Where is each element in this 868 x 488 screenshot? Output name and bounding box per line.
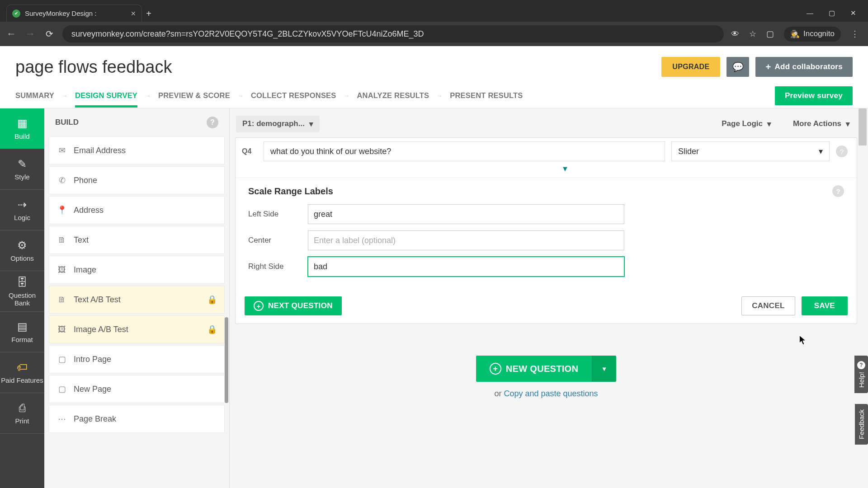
question-icon: ? bbox=[857, 361, 865, 369]
upgrade-button[interactable]: UPGRADE bbox=[661, 57, 720, 77]
or-text: or bbox=[494, 389, 504, 398]
rail-paid-features[interactable]: 🏷Paid Features bbox=[0, 352, 44, 393]
chevron-down-icon: ▾ bbox=[846, 119, 850, 129]
next-question-button[interactable]: + NEXT QUESTION bbox=[245, 296, 342, 315]
question-type-select[interactable]: Slider ▾ bbox=[671, 141, 830, 161]
save-button[interactable]: SAVE bbox=[802, 296, 848, 315]
page-icon: ▢ bbox=[57, 354, 67, 365]
build-list: ✉Email Address ✆Phone 📍Address 🗎Text 🖼Im… bbox=[44, 136, 229, 488]
comment-button[interactable]: 💬 bbox=[726, 57, 749, 77]
rail-print[interactable]: ⎙Print bbox=[0, 393, 44, 434]
copy-paste-link[interactable]: Copy and paste questions bbox=[504, 389, 598, 398]
back-icon[interactable]: ← bbox=[5, 28, 17, 40]
survey-title: page flows feedback bbox=[15, 57, 172, 77]
menu-icon[interactable]: ⋮ bbox=[851, 29, 859, 39]
rail-build[interactable]: ▦Build bbox=[0, 108, 44, 149]
center-input[interactable] bbox=[308, 230, 624, 250]
browser-chrome: ✔ SurveyMonkey Design : ✕ + — ▢ ✕ ← → ⟳ … bbox=[0, 0, 868, 46]
plus-circle-icon: + bbox=[490, 363, 501, 375]
reload-icon[interactable]: ⟳ bbox=[43, 28, 55, 39]
browser-tab[interactable]: ✔ SurveyMonkey Design : ✕ bbox=[6, 5, 142, 22]
build-item-text[interactable]: 🗎Text bbox=[49, 226, 225, 254]
rail-question-bank[interactable]: 🗄Question Bank bbox=[0, 271, 44, 312]
mail-icon: ✉ bbox=[57, 145, 67, 156]
grid-icon: ▦ bbox=[17, 117, 28, 130]
build-heading: BUILD bbox=[55, 118, 79, 127]
close-window-icon[interactable]: ✕ bbox=[850, 9, 856, 17]
nav-present[interactable]: PRESENT RESULTS bbox=[450, 91, 523, 100]
scrollbar-thumb[interactable] bbox=[225, 317, 228, 403]
right-side-input[interactable] bbox=[308, 257, 624, 277]
eye-off-icon[interactable]: 👁 bbox=[731, 29, 739, 39]
build-item-email[interactable]: ✉Email Address bbox=[49, 136, 225, 164]
build-panel: BUILD ? ✉Email Address ✆Phone 📍Address 🗎… bbox=[44, 108, 230, 488]
rail-style[interactable]: ✎Style bbox=[0, 149, 44, 190]
bank-icon: 🗄 bbox=[17, 276, 28, 289]
rail-format[interactable]: ▤Format bbox=[0, 312, 44, 352]
rail-options[interactable]: ⚙Options bbox=[0, 230, 44, 271]
editor-canvas: P1: demograph... ▾ Page Logic▾ More Acti… bbox=[230, 108, 868, 488]
branch-icon: ⇢ bbox=[18, 198, 27, 211]
preview-survey-button[interactable]: Preview survey bbox=[775, 86, 853, 105]
chevron-down-icon[interactable]: ▼ bbox=[561, 165, 569, 173]
step-nav: SUMMARY → DESIGN SURVEY → PREVIEW & SCOR… bbox=[0, 83, 868, 108]
chevron-down-icon: ▾ bbox=[767, 119, 771, 129]
new-question-dropdown[interactable]: ▼ bbox=[592, 356, 616, 382]
page-logic-dropdown[interactable]: Page Logic▾ bbox=[715, 116, 778, 132]
build-item-text-ab[interactable]: 🗎Text A/B Test🔒 bbox=[49, 286, 225, 314]
build-item-address[interactable]: 📍Address bbox=[49, 196, 225, 224]
help-icon[interactable]: ? bbox=[836, 145, 848, 157]
forward-icon: → bbox=[24, 28, 36, 40]
build-item-image-ab[interactable]: 🖼Image A/B Test🔒 bbox=[49, 315, 225, 343]
page-dropdown[interactable]: P1: demograph... ▾ bbox=[236, 116, 320, 132]
new-tab-button[interactable]: + bbox=[142, 9, 156, 22]
plus-circle-icon: + bbox=[254, 301, 264, 311]
sliders-icon: ⚙ bbox=[17, 239, 27, 252]
page-icon: ▢ bbox=[57, 384, 67, 394]
favicon-icon: ✔ bbox=[12, 9, 20, 18]
panel-icon[interactable]: ▢ bbox=[766, 29, 774, 39]
build-item-intro[interactable]: ▢Intro Page bbox=[49, 345, 225, 373]
doc-icon: 🗎 bbox=[57, 235, 67, 245]
nav-collect[interactable]: COLLECT RESPONSES bbox=[251, 91, 336, 100]
chevron-right-icon: → bbox=[344, 92, 350, 99]
phone-icon: ✆ bbox=[57, 175, 67, 186]
help-icon[interactable]: ? bbox=[207, 117, 218, 128]
chevron-right-icon: → bbox=[436, 92, 443, 99]
maximize-icon[interactable]: ▢ bbox=[829, 9, 835, 17]
question-text-input[interactable] bbox=[264, 141, 665, 161]
nav-design[interactable]: DESIGN SURVEY bbox=[75, 91, 137, 100]
url-text: surveymonkey.com/create?sm=rsYO2R2V0EQOY… bbox=[71, 29, 424, 39]
rail-logic[interactable]: ⇢Logic bbox=[0, 190, 44, 230]
nav-preview[interactable]: PREVIEW & SCORE bbox=[158, 91, 230, 100]
star-icon[interactable]: ☆ bbox=[749, 29, 756, 39]
image-icon: 🖼 bbox=[57, 264, 67, 275]
help-icon[interactable]: ? bbox=[832, 185, 844, 197]
add-collaborators-button[interactable]: + Add collaborators bbox=[755, 57, 853, 77]
layout-icon: ▤ bbox=[17, 320, 28, 333]
plus-icon: + bbox=[765, 62, 771, 72]
scrollbar-thumb[interactable] bbox=[859, 108, 867, 145]
build-item-break[interactable]: ⋯Page Break bbox=[49, 405, 225, 433]
more-actions-dropdown[interactable]: More Actions▾ bbox=[787, 116, 856, 132]
question-editor: Q4 Slider ▾ ? ▼ Scale Range Labels ? bbox=[235, 137, 857, 324]
new-question-button[interactable]: + NEW QUESTION bbox=[476, 356, 592, 382]
chevron-right-icon: → bbox=[237, 92, 244, 99]
nav-summary[interactable]: SUMMARY bbox=[15, 91, 54, 100]
build-item-newpage[interactable]: ▢New Page bbox=[49, 375, 225, 403]
incognito-badge[interactable]: 🕵 Incognito bbox=[784, 27, 841, 42]
address-bar[interactable]: surveymonkey.com/create?sm=rsYO2R2V0EQOY… bbox=[62, 25, 724, 42]
chevron-down-icon: ▾ bbox=[819, 146, 823, 156]
build-item-image[interactable]: 🖼Image bbox=[49, 256, 225, 284]
build-item-phone[interactable]: ✆Phone bbox=[49, 166, 225, 194]
nav-analyze[interactable]: ANALYZE RESULTS bbox=[357, 91, 429, 100]
close-icon[interactable]: ✕ bbox=[131, 10, 136, 17]
feedback-floater[interactable]: Feedback bbox=[855, 404, 868, 445]
cancel-button[interactable]: CANCEL bbox=[741, 296, 795, 315]
left-side-input[interactable] bbox=[308, 204, 624, 224]
help-floater[interactable]: Help! ? bbox=[854, 356, 868, 393]
scale-heading: Scale Range Labels bbox=[248, 186, 333, 197]
print-icon: ⎙ bbox=[19, 402, 25, 414]
minimize-icon[interactable]: — bbox=[807, 9, 813, 17]
right-label: Right Side bbox=[248, 262, 302, 271]
